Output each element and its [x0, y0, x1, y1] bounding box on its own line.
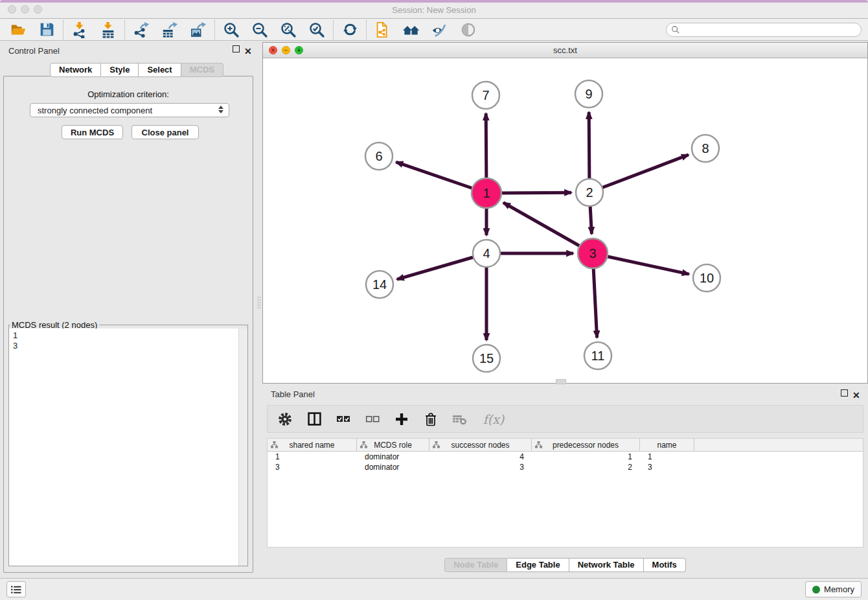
table-settings-button[interactable]: [277, 411, 293, 428]
table-row[interactable]: 1dominator411: [268, 452, 863, 462]
memory-button[interactable]: Memory: [805, 581, 862, 597]
delete-table-icon: [453, 413, 467, 425]
zoom-in-button[interactable]: [217, 19, 246, 40]
column-header-successor-nodes[interactable]: successor nodes: [429, 439, 532, 451]
close-table-panel-icon[interactable]: ✕: [852, 389, 862, 398]
column-group-icon: [271, 441, 278, 448]
memory-label: Memory: [824, 584, 854, 594]
tab-motifs[interactable]: Motifs: [644, 558, 686, 572]
table-cell[interactable]: 3: [429, 463, 532, 472]
column-header-MCDS-role[interactable]: MCDS role: [357, 439, 429, 451]
export-table-button[interactable]: [155, 19, 184, 40]
tab-network-table[interactable]: Network Table: [569, 558, 644, 572]
network-window-titlebar[interactable]: × − + scc.txt: [263, 43, 867, 58]
vertical-splitter-grip[interactable]: [257, 297, 261, 310]
zoom-out-button[interactable]: [246, 19, 274, 40]
graph-node-label-3: 3: [589, 246, 596, 260]
first-neighbors-button[interactable]: [397, 19, 426, 40]
hide-details-button[interactable]: [426, 19, 454, 40]
zoom-selected-button[interactable]: [303, 19, 331, 40]
deselect-all-button[interactable]: [364, 411, 381, 428]
criterion-selected-value: strongly connected component: [38, 106, 152, 115]
search-input[interactable]: [666, 23, 862, 37]
add-column-button[interactable]: [393, 411, 410, 428]
column-header-label: successor nodes: [451, 441, 509, 450]
table-cell[interactable]: 1: [268, 452, 357, 461]
eye-slash-icon: [431, 22, 449, 38]
export-network-button[interactable]: [127, 19, 155, 40]
graph-node-label-11: 11: [591, 349, 605, 363]
checked-boxes-icon: [336, 415, 350, 424]
graph-node-label-7: 7: [482, 88, 489, 102]
tab-edge-table[interactable]: Edge Table: [507, 558, 569, 572]
criterion-select[interactable]: strongly connected component: [30, 103, 229, 117]
import-table-button[interactable]: [94, 19, 122, 40]
table-cell[interactable]: 1: [640, 452, 694, 461]
open-session-button[interactable]: [4, 19, 32, 40]
tab-mcds[interactable]: MCDS: [181, 63, 223, 77]
graph-node-label-2: 2: [586, 185, 593, 200]
split-panel-button[interactable]: [306, 411, 323, 428]
eye-disabled-icon: [461, 22, 476, 38]
graph-node-label-1: 1: [483, 186, 490, 200]
toolbar-separator: [333, 20, 334, 40]
column-header-label: shared name: [289, 441, 334, 450]
graph-edge-2-8[interactable]: [589, 155, 689, 192]
toolbar-separator: [366, 20, 367, 40]
home-icon: [402, 22, 420, 38]
table-row[interactable]: 3dominator323: [268, 462, 863, 472]
table-cell[interactable]: 3: [268, 463, 357, 472]
column-header-predecessor-nodes[interactable]: predecessor nodes: [532, 439, 640, 451]
clone-network-button[interactable]: [369, 19, 397, 40]
result-item[interactable]: 1: [9, 329, 247, 341]
network-canvas[interactable]: 1234678910111415: [263, 58, 867, 383]
refresh-icon: [342, 21, 358, 38]
graph-node-label-6: 6: [375, 149, 382, 163]
session-title: Session: New Session: [0, 5, 868, 15]
task-history-button[interactable]: [6, 581, 26, 597]
close-panel-button[interactable]: Close panel: [131, 125, 199, 139]
tab-style[interactable]: Style: [101, 63, 139, 77]
float-panel-icon[interactable]: [233, 45, 242, 54]
save-session-button[interactable]: [32, 19, 61, 40]
column-header-name[interactable]: name: [640, 439, 694, 451]
horizontal-splitter-grip[interactable]: [556, 379, 566, 384]
table-cell[interactable]: 3: [640, 463, 694, 472]
tab-network[interactable]: Network: [50, 63, 101, 77]
float-table-panel-icon[interactable]: [841, 389, 850, 398]
control-panel-title: Control Panel: [8, 46, 60, 56]
table-cell[interactable]: 2: [532, 463, 640, 472]
delete-column-button[interactable]: [422, 411, 439, 428]
tab-select[interactable]: Select: [139, 63, 181, 77]
table-cell[interactable]: 1: [532, 452, 640, 461]
table-cell[interactable]: dominator: [357, 452, 429, 461]
import-network-button[interactable]: [65, 19, 94, 40]
apply-layout-button[interactable]: [336, 19, 364, 40]
search-icon: [671, 25, 680, 34]
column-header-label: predecessor nodes: [553, 441, 619, 450]
column-header-shared-name[interactable]: shared name: [268, 439, 357, 451]
column-group-icon: [535, 441, 542, 448]
optimization-criterion-label: Optimization criterion:: [4, 89, 253, 99]
close-panel-icon[interactable]: ✕: [244, 45, 253, 54]
export-image-button[interactable]: [184, 19, 212, 40]
zoom-fit-button[interactable]: [274, 19, 303, 40]
column-group-icon: [360, 441, 367, 448]
split-columns-icon: [308, 412, 321, 426]
table-cell[interactable]: 4: [429, 452, 532, 461]
tab-node-table[interactable]: Node Table: [444, 558, 507, 572]
graph-node-label-14: 14: [372, 277, 387, 292]
graph-node-label-15: 15: [479, 351, 494, 365]
table-toolbar: f(x): [267, 405, 863, 433]
result-item[interactable]: 3: [9, 341, 247, 351]
table-cell[interactable]: dominator: [357, 463, 429, 472]
node-table: shared nameMCDS rolesuccessor nodesprede…: [267, 438, 863, 548]
trash-icon: [424, 412, 437, 426]
result-scrollbar[interactable]: [238, 329, 247, 566]
clone-network-icon: [374, 21, 391, 38]
select-all-button[interactable]: [335, 411, 352, 428]
run-mcds-button[interactable]: Run MCDS: [62, 125, 123, 139]
zoom-out-icon: [251, 21, 268, 38]
mcds-result-list[interactable]: 1 3: [9, 329, 247, 566]
task-list-icon: [10, 584, 22, 595]
